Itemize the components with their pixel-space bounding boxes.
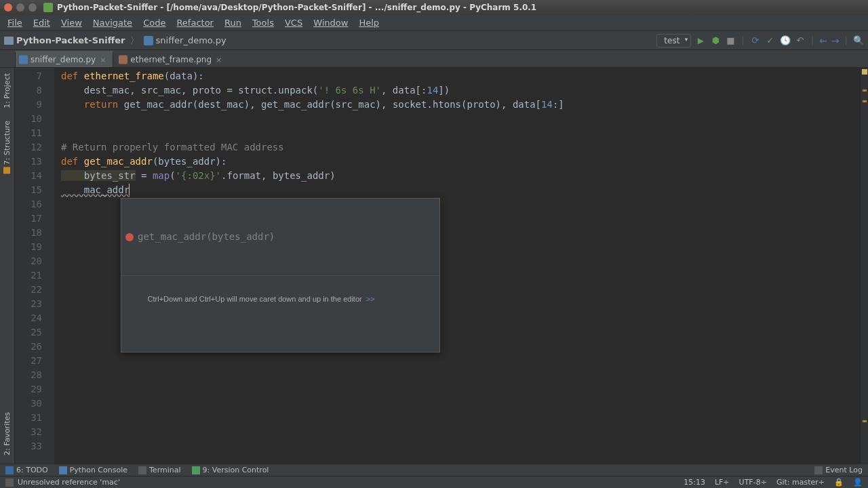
app-icon (43, 3, 53, 12)
python-file-icon (144, 36, 153, 45)
vcs-icon (192, 466, 200, 474)
event-log-icon (814, 466, 823, 474)
warning-marker[interactable] (863, 100, 867, 102)
menu-run[interactable]: Run (220, 16, 246, 29)
structure-icon (4, 167, 11, 174)
debug-icon[interactable]: ⬢ (710, 35, 721, 46)
window-minimize-button[interactable] (16, 3, 24, 12)
terminal-icon (138, 466, 146, 474)
stop-icon[interactable]: ■ (725, 35, 736, 46)
toolbar-separator: | (811, 35, 814, 45)
tool-window-structure[interactable]: 7: Structure (3, 118, 12, 176)
lock-icon[interactable]: 🔒 (834, 478, 844, 487)
python-icon (59, 466, 67, 474)
tool-window-python-console[interactable]: Python Console (59, 466, 127, 474)
revert-icon[interactable]: ↶ (795, 35, 806, 46)
breadcrumb: Python-Packet-Sniffer 〉 sniffer_demo.py (4, 35, 226, 47)
window-maximize-button[interactable] (28, 3, 37, 12)
menu-edit[interactable]: Edit (28, 16, 55, 29)
window-close-button[interactable] (4, 3, 12, 12)
tool-window-todo[interactable]: 6: TODO (5, 466, 48, 474)
commit-icon[interactable]: ✓ (765, 35, 776, 46)
editor-tabs: sniffer_demo.py × ethernet_frame.png × (0, 50, 868, 68)
folder-icon (4, 37, 14, 45)
code-completion-popup[interactable]: get_mac_addr(bytes_addr) Ctrl+Down and C… (121, 198, 440, 352)
search-icon[interactable]: 🔍 (853, 35, 864, 46)
menu-file[interactable]: File (3, 16, 27, 29)
warning-marker[interactable] (863, 420, 867, 422)
completion-item[interactable]: get_mac_addr(bytes_addr) (121, 227, 439, 247)
nav-back-icon[interactable]: ← (819, 35, 827, 46)
tool-windows-toggle-icon[interactable] (5, 479, 14, 487)
caret-position[interactable]: 15:13 (684, 478, 705, 487)
breadcrumb-file[interactable]: sniffer_demo.py (156, 35, 226, 45)
completion-label: get_mac_addr(bytes_addr) (138, 230, 275, 244)
editor-gutter[interactable]: 7 8 9 10 11 12 13 14 15 16 17 18 19 20 2… (15, 68, 54, 464)
analysis-indicator-icon[interactable] (862, 69, 867, 75)
status-message: Unresolved reference 'mac' (18, 478, 120, 487)
toolbar-separator: | (741, 35, 744, 45)
tool-window-event-log[interactable]: Event Log (814, 466, 863, 474)
editor[interactable]: def ethernet_frame(data): dest_mac, src_… (54, 68, 860, 464)
hint-link[interactable]: >> (366, 295, 375, 303)
menu-code[interactable]: Code (138, 16, 170, 29)
window-title: Python-Packet-Sniffer - [/home/ava/Deskt… (57, 3, 536, 12)
todo-icon (5, 466, 14, 474)
menu-tools[interactable]: Tools (248, 16, 279, 29)
warning-marker[interactable] (863, 89, 867, 92)
menu-view[interactable]: View (56, 16, 87, 29)
menu-navigate[interactable]: Navigate (88, 16, 137, 29)
tool-window-favorites[interactable]: 2: Favorites (3, 409, 12, 458)
tab-sniffer-demo[interactable]: sniffer_demo.py × (15, 51, 113, 67)
breadcrumb-root[interactable]: Python-Packet-Sniffer (16, 35, 125, 45)
tab-label: ethernet_frame.png (130, 55, 212, 64)
menu-help[interactable]: Help (354, 16, 384, 29)
tab-ethernet-frame[interactable]: ethernet_frame.png × (115, 52, 229, 67)
run-icon[interactable]: ▶ (695, 35, 706, 46)
menu-refactor[interactable]: Refactor (172, 16, 218, 29)
text-caret (129, 184, 130, 195)
tool-window-project[interactable]: 1: Project (3, 70, 12, 111)
breadcrumb-separator-icon: 〉 (130, 35, 139, 47)
tab-close-icon[interactable]: × (216, 56, 222, 64)
tab-label: sniffer_demo.py (31, 55, 96, 64)
run-config-selector[interactable]: test (656, 34, 691, 47)
menu-window[interactable]: Window (309, 16, 353, 29)
hector-icon[interactable]: 👤 (853, 478, 863, 487)
tab-close-icon[interactable]: × (100, 56, 106, 64)
nav-forward-icon[interactable]: → (831, 35, 840, 46)
editor-scrollbar[interactable] (860, 68, 868, 464)
error-icon (125, 233, 134, 241)
git-branch[interactable]: Git: master÷ (776, 478, 825, 487)
left-tool-strip: 1: Project 7: Structure 2: Favorites (0, 68, 15, 464)
toolbar-separator: | (845, 35, 848, 45)
menubar: File Edit View Navigate Code Refactor Ru… (0, 15, 868, 31)
menu-vcs[interactable]: VCS (280, 16, 307, 29)
tool-window-terminal[interactable]: Terminal (138, 466, 181, 474)
update-project-icon[interactable]: ⟳ (750, 35, 761, 46)
tool-window-version-control[interactable]: 9: Version Control (192, 466, 269, 474)
line-separator[interactable]: LF÷ (715, 478, 730, 487)
history-icon[interactable]: 🕓 (780, 35, 791, 46)
completion-hint: Ctrl+Down and Ctrl+Up will move caret do… (121, 275, 439, 323)
file-encoding[interactable]: UTF-8÷ (739, 478, 767, 487)
